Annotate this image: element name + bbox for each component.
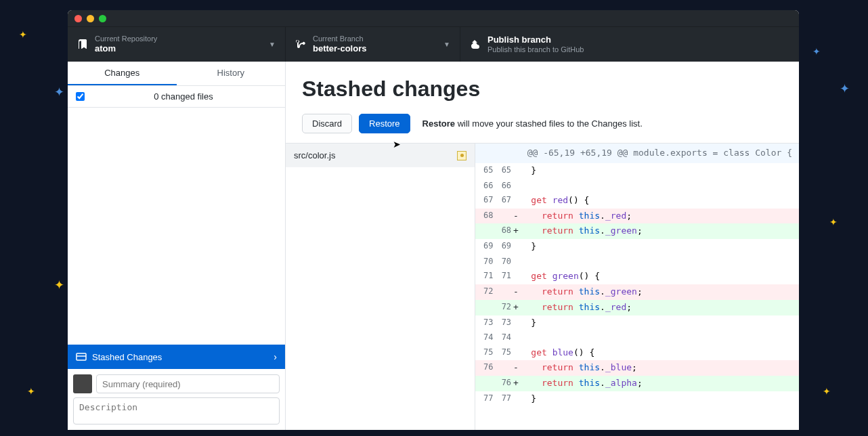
sparkle-icon: ✦	[54, 278, 64, 292]
repo-label: Current Repository	[95, 35, 157, 43]
commit-form	[68, 369, 285, 430]
restore-hint: Restore will move your stashed files to …	[422, 118, 643, 129]
tab-history[interactable]: History	[177, 62, 286, 85]
discard-button[interactable]: Discard	[302, 114, 352, 133]
page-title: Stashed changes	[302, 77, 783, 102]
select-all-checkbox[interactable]	[76, 92, 85, 101]
sparkle-icon: ✦	[823, 386, 831, 397]
tab-changes[interactable]: Changes	[68, 62, 177, 85]
sparkle-icon: ✦	[19, 29, 27, 40]
stash-icon	[76, 351, 87, 362]
maximize-icon[interactable]	[99, 15, 106, 22]
publish-button[interactable]: Publish branch Publish this branch to Gi…	[460, 27, 799, 62]
main-pane: Stashed changes Discard Restore Restore …	[286, 62, 799, 430]
svg-rect-0	[77, 353, 86, 360]
modified-icon	[457, 151, 466, 160]
toolbar: Current Repository atom ▼ Current Branch…	[68, 26, 799, 62]
sparkle-icon: ✦	[54, 85, 64, 100]
avatar	[73, 374, 92, 393]
chevron-down-icon: ▼	[430, 41, 450, 48]
sidebar: Changes History 0 changed files Stashed …	[68, 62, 286, 430]
sparkle-icon: ✦	[27, 386, 35, 397]
repo-icon	[77, 39, 88, 50]
close-icon[interactable]	[74, 15, 82, 22]
description-input[interactable]	[73, 397, 280, 424]
app-window: Current Repository atom ▼ Current Branch…	[68, 10, 799, 430]
main-header: Stashed changes Discard Restore Restore …	[286, 62, 799, 143]
stashed-label: Stashed Changes	[92, 352, 162, 362]
sidebar-tabs: Changes History	[68, 62, 285, 86]
stashed-changes-bar[interactable]: Stashed Changes ›	[68, 345, 285, 369]
publish-label: Publish branch	[487, 35, 584, 45]
diff-area: src/color.js @@ -65,19 +65,19 @@ module.…	[286, 143, 799, 430]
window-titlebar	[68, 10, 799, 26]
action-row: Discard Restore Restore will move your s…	[302, 114, 783, 133]
file-list	[68, 108, 285, 345]
branch-value: better-colors	[313, 43, 366, 54]
repository-dropdown[interactable]: Current Repository atom ▼	[68, 27, 286, 62]
sparkle-icon: ✦	[840, 81, 850, 96]
stashed-file-list: src/color.js	[286, 144, 475, 430]
sparkle-icon: ✦	[829, 217, 838, 227]
chevron-down-icon: ▼	[255, 41, 276, 48]
chevron-right-icon: ›	[274, 351, 277, 362]
repo-value: atom	[95, 43, 157, 54]
minimize-icon[interactable]	[87, 15, 94, 22]
changed-files-count: 0 changed files	[90, 91, 277, 102]
cloud-upload-icon	[470, 39, 481, 50]
branch-label: Current Branch	[313, 35, 366, 43]
branch-icon	[295, 39, 306, 50]
file-list-header: 0 changed files	[68, 86, 285, 108]
diff-view[interactable]: @@ -65,19 +65,19 @@ module.exports = cla…	[475, 144, 799, 430]
sparkle-icon: ✦	[812, 46, 821, 57]
content: Changes History 0 changed files Stashed …	[68, 62, 799, 430]
restore-button[interactable]: Restore	[359, 114, 410, 133]
list-item[interactable]: src/color.js	[286, 144, 475, 167]
file-path: src/color.js	[294, 150, 335, 160]
publish-hint: Publish this branch to GitHub	[487, 45, 584, 54]
branch-dropdown[interactable]: Current Branch better-colors ▼	[286, 27, 460, 62]
summary-input[interactable]	[96, 374, 280, 393]
